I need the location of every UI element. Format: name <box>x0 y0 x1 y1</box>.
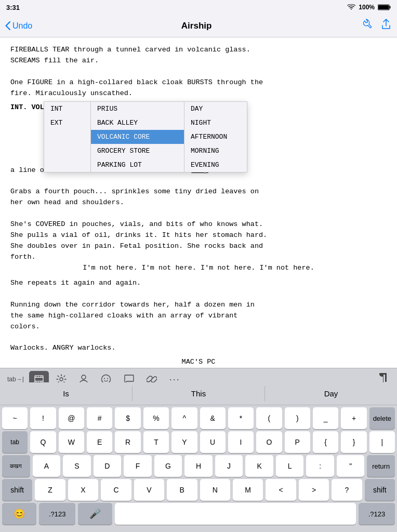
key-z[interactable]: Z <box>35 479 65 501</box>
key-tilde[interactable]: ~ <box>2 407 28 429</box>
ac-item-ext[interactable]: EXT <box>44 116 90 130</box>
key-row-qwerty: tab Q W E R T Y U I O P { } | <box>0 429 397 453</box>
script-area: FIREBALLS TEAR through a tunnel carved i… <box>0 37 397 372</box>
key-percent[interactable]: % <box>143 407 169 429</box>
status-icons: 100% <box>347 4 391 11</box>
key-shift-right[interactable]: shift <box>365 479 395 501</box>
ac-item-int[interactable]: INT <box>44 102 90 116</box>
key-row-asdf: कखग A S D F G H J K L : " return <box>0 453 397 477</box>
key-g[interactable]: G <box>154 455 182 477</box>
key-plus[interactable]: + <box>341 407 366 429</box>
key-asterisk[interactable]: * <box>228 407 254 429</box>
autocomplete-col-timeofday: DAY NIGHT AFTERNOON MORNING EVENING <box>184 102 247 172</box>
key-i[interactable]: I <box>228 431 254 453</box>
ac-item-parking-lot[interactable]: PARKING LOT <box>91 158 184 172</box>
key-j[interactable]: J <box>215 455 243 477</box>
time: 3:31 <box>6 4 20 11</box>
key-underscore[interactable]: _ <box>313 407 338 429</box>
key-quote[interactable]: " <box>337 455 365 477</box>
key-x[interactable]: X <box>68 479 98 501</box>
key-sym-left[interactable]: .?123 <box>39 503 75 525</box>
key-w[interactable]: W <box>59 431 84 453</box>
battery-icon <box>378 4 391 10</box>
key-emoji[interactable]: 😊 <box>2 503 36 525</box>
key-b[interactable]: B <box>167 479 197 501</box>
key-sym-right[interactable]: .?123 <box>359 503 395 525</box>
svg-rect-8 <box>40 376 41 377</box>
key-t[interactable]: T <box>143 431 169 453</box>
char-cue-1: MAC'S PC <box>10 358 387 366</box>
key-e[interactable]: E <box>87 431 112 453</box>
key-hindi[interactable]: कखग <box>2 455 30 477</box>
key-at[interactable]: @ <box>59 407 84 429</box>
key-p[interactable]: P <box>285 431 310 453</box>
key-lparen[interactable]: ( <box>256 407 282 429</box>
ac-item-volcanic-core[interactable]: VOLCANIC CORE <box>91 130 184 144</box>
predictive-bar: Is This Day <box>0 382 397 405</box>
key-lt[interactable]: < <box>266 479 296 501</box>
predictive-word-3[interactable]: Day <box>265 386 397 401</box>
autocomplete-col-locations: PRIUS BACK ALLEY VOLCANIC CORE GROCERY S… <box>91 102 184 172</box>
key-u[interactable]: U <box>200 431 226 453</box>
key-mic[interactable]: 🎤 <box>78 503 112 525</box>
key-hash[interactable]: # <box>87 407 112 429</box>
key-row-bottom: 😊 .?123 🎤 .?123 <box>0 501 397 528</box>
key-question[interactable]: ? <box>332 479 362 501</box>
predictive-word-1[interactable]: Is <box>0 386 133 401</box>
ac-item-prius[interactable]: PRIUS <box>91 102 184 116</box>
key-delete[interactable]: delete <box>369 407 395 429</box>
key-row-symbols: ~ ! @ # $ % ^ & * ( ) _ + delete <box>0 405 397 429</box>
key-dollar[interactable]: $ <box>115 407 140 429</box>
svg-rect-4 <box>35 377 43 378</box>
key-shift-left[interactable]: shift <box>2 479 32 501</box>
predictive-word-2[interactable]: This <box>133 386 265 401</box>
key-l[interactable]: L <box>276 455 304 477</box>
svg-rect-2 <box>378 5 389 9</box>
svg-rect-1 <box>390 6 391 9</box>
page-title: Airship <box>181 21 212 31</box>
key-tab[interactable]: tab <box>2 431 28 453</box>
key-m[interactable]: M <box>233 479 263 501</box>
key-d[interactable]: D <box>94 455 122 477</box>
ac-item-evening[interactable]: EVENING <box>184 158 247 172</box>
back-chevron-icon <box>5 21 10 30</box>
key-ampersand[interactable]: & <box>200 407 226 429</box>
key-rbrace[interactable]: } <box>341 431 366 453</box>
key-colon[interactable]: : <box>306 455 334 477</box>
key-rparen[interactable]: ) <box>285 407 310 429</box>
key-k[interactable]: K <box>245 455 273 477</box>
key-return[interactable]: return <box>367 455 395 477</box>
key-s[interactable]: S <box>63 455 91 477</box>
key-c[interactable]: C <box>101 479 131 501</box>
key-y[interactable]: Y <box>171 431 197 453</box>
autocomplete-dropdown: INT EXT PRIUS BACK ALLEY VOLCANIC CORE G… <box>44 101 247 172</box>
key-caret[interactable]: ^ <box>171 407 197 429</box>
ac-item-morning[interactable]: MORNING <box>184 144 247 158</box>
key-pipe[interactable]: | <box>369 431 395 453</box>
key-space[interactable] <box>115 503 356 525</box>
key-n[interactable]: N <box>200 479 230 501</box>
paragraph-icon <box>379 373 389 383</box>
key-f[interactable]: F <box>124 455 152 477</box>
wrench-icon[interactable] <box>361 19 372 33</box>
back-label: Undo <box>12 21 32 31</box>
ac-item-grocery-store[interactable]: GROCERY STORE <box>91 144 184 158</box>
key-q[interactable]: Q <box>30 431 56 453</box>
key-r[interactable]: R <box>115 431 140 453</box>
ac-item-night[interactable]: NIGHT <box>184 116 247 130</box>
key-exclaim[interactable]: ! <box>30 407 56 429</box>
key-lbrace[interactable]: { <box>313 431 338 453</box>
script-one: One <box>10 78 23 86</box>
key-o[interactable]: O <box>256 431 282 453</box>
key-h[interactable]: H <box>184 455 213 477</box>
key-gt[interactable]: > <box>299 479 329 501</box>
svg-point-18 <box>107 378 108 379</box>
ac-item-back-alley[interactable]: BACK ALLEY <box>91 116 184 130</box>
ac-item-day[interactable]: DAY <box>184 102 247 116</box>
nav-actions <box>361 19 392 33</box>
share-icon[interactable] <box>380 19 392 33</box>
ac-item-afternoon[interactable]: AFTERNOON <box>184 130 247 144</box>
back-button[interactable]: Undo <box>5 21 32 31</box>
key-v[interactable]: V <box>134 479 164 501</box>
key-a[interactable]: A <box>33 455 61 477</box>
